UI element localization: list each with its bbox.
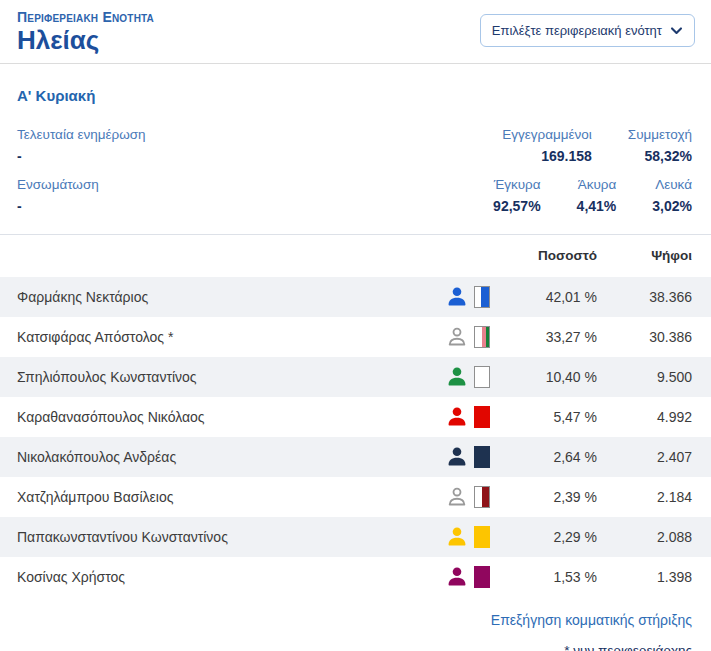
candidate-percent: 42,01 % — [492, 289, 597, 305]
candidate-icons — [446, 406, 492, 428]
candidate-votes: 38.366 — [597, 289, 692, 305]
person-icon — [446, 486, 468, 508]
candidate-votes: 2.088 — [597, 529, 692, 545]
candidate-name: Καραθανασόπουλος Νικόλαος — [17, 409, 446, 425]
results-footer: Επεξήγηση κομματικής στήριξης * νυν περι… — [0, 597, 711, 651]
candidate-icons — [446, 326, 492, 348]
column-header-votes: Ψήφοι — [597, 248, 692, 263]
region-select-label: Επιλέξτε περιφερειακή ενότητ — [492, 23, 662, 38]
candidate-name: Σπηλιόπουλος Κωνσταντίνος — [17, 369, 446, 385]
table-row: Καραθανασόπουλος Νικόλαος 5,47 % 4.992 — [0, 397, 711, 437]
candidate-percent: 1,53 % — [492, 569, 597, 585]
stat-blank: Λευκά 3,02% — [652, 177, 692, 214]
stat-turnout: Συμμετοχή 58,32% — [628, 127, 692, 164]
party-flag-icon — [474, 326, 490, 348]
candidate-icons — [446, 366, 492, 388]
stat-label: Συμμετοχή — [628, 127, 692, 142]
stat-label: Τελευταία ενημέρωση — [17, 127, 146, 142]
party-flag-icon — [474, 526, 490, 548]
candidate-icons — [446, 446, 492, 468]
candidate-icons — [446, 486, 492, 508]
candidate-name: Παπακωνσταντίνου Κωνσταντίνος — [17, 529, 446, 545]
stat-integration: Ενσωμάτωση - — [17, 177, 99, 214]
candidate-icons — [446, 566, 492, 588]
region-select-dropdown[interactable]: Επιλέξτε περιφερειακή ενότητ — [480, 14, 695, 47]
person-icon — [446, 566, 468, 588]
candidate-percent: 2,64 % — [492, 449, 597, 465]
candidate-percent: 2,29 % — [492, 529, 597, 545]
stat-invalid: Άκυρα 4,41% — [577, 177, 617, 214]
table-row: Σπηλιόπουλος Κωνσταντίνος 10,40 % 9.500 — [0, 357, 711, 397]
region-heading: Περιφερειακή Ενότητα Ηλείας — [17, 9, 154, 55]
stat-label: Λευκά — [655, 177, 692, 192]
table-row: Παπακωνσταντίνου Κωνσταντίνος 2,29 % 2.0… — [0, 517, 711, 557]
stat-value: - — [17, 198, 99, 214]
candidate-votes: 30.386 — [597, 329, 692, 345]
candidate-name: Κατσιφάρας Απόστολος * — [17, 329, 446, 345]
person-icon — [446, 366, 468, 388]
party-flag-icon — [474, 286, 490, 308]
person-icon — [446, 446, 468, 468]
stat-label: Άκυρα — [578, 177, 617, 192]
person-icon — [446, 406, 468, 428]
candidate-icons — [446, 286, 492, 308]
region-kicker: Περιφερειακή Ενότητα — [17, 9, 154, 25]
candidate-name: Κοσίνας Χρήστος — [17, 569, 446, 585]
candidate-icons — [446, 526, 492, 548]
stat-value: - — [17, 148, 146, 164]
stat-label: Έγκυρα — [494, 177, 541, 192]
results-table-header: Ποσοστό Ψήφοι — [0, 235, 711, 277]
party-flag-icon — [474, 366, 490, 388]
candidate-votes: 9.500 — [597, 369, 692, 385]
page-header: Περιφερειακή Ενότητα Ηλείας Επιλέξτε περ… — [0, 0, 711, 64]
page-title: Ηλείας — [17, 26, 154, 55]
stat-value: 3,02% — [652, 198, 692, 214]
stat-last-update: Τελευταία ενημέρωση - — [17, 127, 146, 164]
person-icon — [446, 526, 468, 548]
stats-panel: Τελευταία ενημέρωση - Εγγεγραμμένοι 169.… — [0, 104, 711, 235]
table-row: Χατζηλάμπρου Βασίλειος 2,39 % 2.184 — [0, 477, 711, 517]
candidate-percent: 5,47 % — [492, 409, 597, 425]
party-flag-icon — [474, 406, 490, 428]
stat-label: Ενσωμάτωση — [17, 177, 99, 192]
candidate-name: Νικολακόπουλος Ανδρέας — [17, 449, 446, 465]
person-icon — [446, 286, 468, 308]
chevron-down-icon — [670, 24, 683, 37]
candidate-name: Φαρμάκης Νεκτάριος — [17, 289, 446, 305]
column-header-percent: Ποσοστό — [492, 248, 597, 263]
candidate-name: Χατζηλάμπρου Βασίλειος — [17, 489, 446, 505]
person-icon — [446, 326, 468, 348]
candidate-votes: 1.398 — [597, 569, 692, 585]
table-row: Κατσιφάρας Απόστολος * 33,27 % 30.386 — [0, 317, 711, 357]
candidate-votes: 2.184 — [597, 489, 692, 505]
stats-row-bottom: Ενσωμάτωση - Έγκυρα 92,57% Άκυρα 4,41% Λ… — [17, 177, 692, 214]
candidate-percent: 33,27 % — [492, 329, 597, 345]
round-label: Α' Κυριακή — [17, 87, 694, 104]
stat-value: 92,57% — [493, 198, 540, 214]
table-row: Φαρμάκης Νεκτάριος 42,01 % 38.366 — [0, 277, 711, 317]
stat-value: 169.158 — [541, 148, 592, 164]
party-support-legend-link[interactable]: Επεξήγηση κομματικής στήριξης — [491, 612, 692, 628]
stat-value: 4,41% — [577, 198, 617, 214]
table-row: Κοσίνας Χρήστος 1,53 % 1.398 — [0, 557, 711, 597]
stats-row-top: Τελευταία ενημέρωση - Εγγεγραμμένοι 169.… — [17, 127, 692, 164]
candidate-percent: 10,40 % — [492, 369, 597, 385]
candidate-votes: 4.992 — [597, 409, 692, 425]
stat-registered: Εγγεγραμμένοι 169.158 — [502, 127, 592, 164]
table-row: Νικολακόπουλος Ανδρέας 2,64 % 2.407 — [0, 437, 711, 477]
party-flag-icon — [474, 566, 490, 588]
candidate-votes: 2.407 — [597, 449, 692, 465]
stat-valid: Έγκυρα 92,57% — [493, 177, 540, 214]
party-flag-icon — [474, 446, 490, 468]
results-rows: Φαρμάκης Νεκτάριος 42,01 % 38.366 Κατσιφ… — [0, 277, 711, 597]
party-flag-icon — [474, 486, 490, 508]
stat-value: 58,32% — [645, 148, 692, 164]
candidate-percent: 2,39 % — [492, 489, 597, 505]
stat-label: Εγγεγραμμένοι — [502, 127, 592, 142]
incumbent-note: * νυν περιφερειάρχης — [19, 643, 692, 651]
results-table: Ποσοστό Ψήφοι Φαρμάκης Νεκτάριος 42,01 %… — [0, 235, 711, 597]
